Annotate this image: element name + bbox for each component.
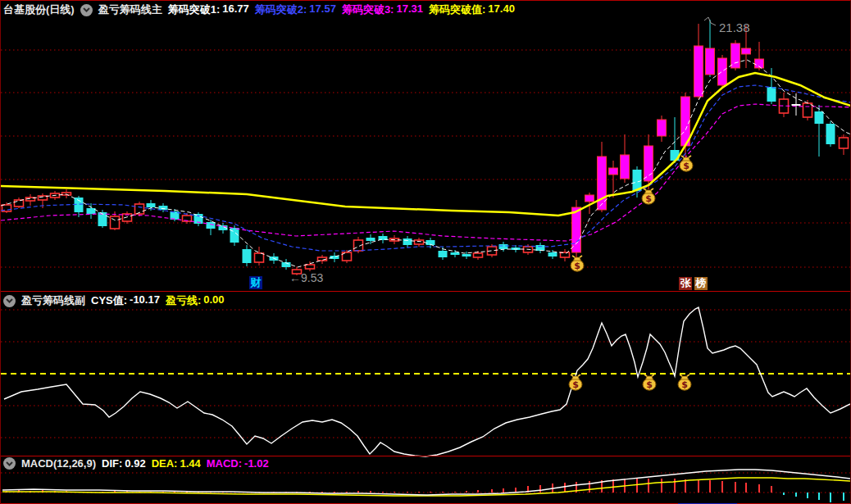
candle-down bbox=[87, 208, 96, 214]
candle-down bbox=[439, 251, 448, 257]
candle-signal bbox=[644, 146, 653, 181]
collapse-main-indicator-icon[interactable] bbox=[80, 4, 93, 16]
candle-signal bbox=[585, 195, 594, 202]
candle-down bbox=[499, 244, 508, 249]
signal-tag-bang: 榜 bbox=[694, 277, 708, 290]
indicator-value: MACD:-1.02 bbox=[207, 457, 269, 470]
candle-down bbox=[75, 198, 84, 212]
money-bag-icon: $ bbox=[642, 188, 655, 204]
indicator-value: 筹码突破2:17.57 bbox=[255, 2, 336, 17]
candle-down bbox=[159, 206, 168, 210]
candle-down bbox=[451, 252, 460, 255]
candle-down bbox=[826, 124, 835, 144]
candle-doji bbox=[792, 104, 801, 106]
stock-chart-window: 21.38←9.53$$$$$$ 台基股份(日线) 盈亏筹码线主 筹码突破1:1… bbox=[0, 0, 851, 504]
collapse-cys-indicator-icon[interactable] bbox=[3, 295, 16, 307]
candle-up bbox=[111, 216, 120, 229]
indicator-value: DIF:0.92 bbox=[102, 457, 146, 470]
money-bag-icon: $ bbox=[678, 375, 691, 390]
candle-signal bbox=[706, 48, 715, 75]
cys-panel-header: 盈亏筹码线副 CYS值:-10.17 盈亏线:0.00 bbox=[3, 293, 225, 308]
indicator-value: CYS值:-10.17 bbox=[91, 293, 160, 308]
ma-line-blue bbox=[1, 85, 851, 251]
money-bag-part: $ bbox=[572, 379, 579, 390]
candle-up bbox=[474, 253, 483, 257]
money-bag-part: $ bbox=[646, 379, 653, 390]
macd-panel-header: MACD(12,26,9) DIF:0.92 DEA:1.44 MACD:-1.… bbox=[3, 457, 269, 470]
candle-signal bbox=[694, 46, 703, 97]
indicator-value: 筹码突破3:17.31 bbox=[342, 2, 423, 17]
high-price-label: 21.38 bbox=[719, 20, 750, 34]
candle-signal bbox=[598, 157, 607, 210]
candle-signal bbox=[658, 120, 667, 136]
money-bag-part: $ bbox=[645, 193, 652, 204]
main-panel-header: 台基股份(日线) 盈亏筹码线主 筹码突破1:16.77 筹码突破2:17.57 … bbox=[3, 2, 515, 17]
collapse-macd-indicator-icon[interactable] bbox=[3, 457, 16, 470]
candle-down bbox=[147, 203, 156, 207]
money-bag-part: $ bbox=[681, 379, 688, 390]
candle-down bbox=[548, 252, 557, 257]
money-bag-part: $ bbox=[574, 261, 580, 271]
candle-signal bbox=[731, 43, 740, 68]
low-price-label: ←9.53 bbox=[289, 271, 323, 284]
signal-tag-cai: 财 bbox=[249, 276, 262, 289]
candle-up bbox=[306, 265, 315, 269]
candle-down bbox=[403, 238, 412, 245]
candle-up bbox=[415, 240, 424, 244]
candle-signal bbox=[621, 155, 630, 179]
candle-up bbox=[255, 253, 264, 262]
main-indicator-name: 盈亏筹码线主 bbox=[98, 2, 162, 17]
candle-signal bbox=[742, 48, 751, 54]
money-bag-icon: $ bbox=[569, 375, 582, 390]
money-bag-icon: $ bbox=[643, 375, 656, 390]
candle-down bbox=[767, 87, 776, 102]
candle-up bbox=[15, 200, 24, 207]
signal-tag-zhang: 张 bbox=[679, 277, 692, 290]
candle-down bbox=[243, 249, 252, 263]
indicator-value: 筹码突破值:17.40 bbox=[429, 2, 515, 17]
candle-signal bbox=[609, 168, 618, 175]
candle-signal bbox=[572, 207, 581, 252]
candle-up bbox=[803, 103, 812, 117]
candle-down bbox=[815, 111, 824, 124]
ma-line-white bbox=[1, 60, 851, 267]
indicator-value: 筹码突破1:16.77 bbox=[168, 2, 249, 17]
candle-up bbox=[561, 252, 570, 257]
candle-signal bbox=[718, 58, 727, 85]
chart-canvas[interactable]: 21.38←9.53$$$$$$ bbox=[1, 1, 851, 504]
money-bag-icon: $ bbox=[680, 156, 693, 171]
indicator-value: DEA:1.44 bbox=[152, 457, 201, 470]
indicator-value: 盈亏线:0.00 bbox=[166, 293, 225, 308]
macd-indicator-name: MACD(12,26,9) bbox=[21, 457, 96, 470]
cys-line bbox=[4, 307, 850, 456]
cys-indicator-name: 盈亏筹码线副 bbox=[21, 293, 85, 308]
money-bag-icon: $ bbox=[571, 256, 584, 271]
stock-title: 台基股份(日线) bbox=[3, 2, 75, 17]
candle-down bbox=[366, 238, 375, 241]
money-bag-part: $ bbox=[683, 161, 689, 171]
candle-down bbox=[207, 222, 216, 229]
candle-up bbox=[840, 138, 849, 148]
candle-down bbox=[462, 254, 471, 257]
